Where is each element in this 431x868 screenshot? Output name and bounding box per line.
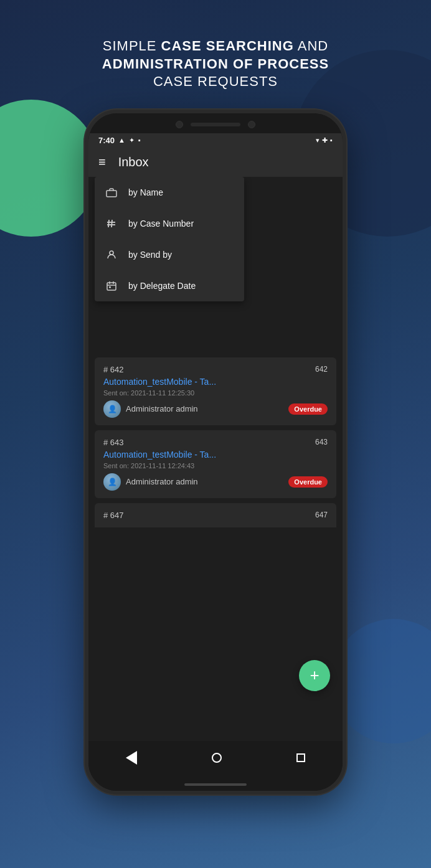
side-button: [345, 316, 346, 354]
nav-home-button[interactable]: [199, 749, 234, 767]
header-text-simple: SIMPLE: [103, 38, 161, 54]
dropdown-label-name: by Name: [128, 187, 163, 197]
svg-line-2: [111, 220, 112, 227]
bg-decoration-blue: [331, 619, 431, 743]
inbox-item-642[interactable]: # 642 642 Automation_testMobile - Ta... …: [95, 357, 336, 425]
status-bar-left: 7:40 ▲ ✦ ▪: [98, 136, 141, 145]
item-643-id: 643: [315, 438, 328, 446]
header-line2: ADMINISTRATION OF PROCESS: [102, 55, 329, 73]
item-642-header: # 642 642: [103, 365, 328, 374]
dropdown-item-delegate-date[interactable]: by Delegate Date: [95, 270, 244, 301]
item-642-title: Automation_testMobile - Ta...: [103, 377, 328, 387]
briefcase-icon: [105, 186, 118, 199]
header-line3: CASE REQUESTS: [102, 73, 329, 91]
item-643-username: Administrator admin: [126, 477, 198, 486]
app-bar-title: Inbox: [118, 155, 149, 169]
front-camera-left: [176, 121, 183, 128]
app-bar: ≡ Inbox: [88, 148, 343, 177]
status-bar-right: ▾ ✚ ▪: [316, 136, 333, 144]
person-icon: [105, 248, 118, 262]
svg-rect-10: [109, 286, 111, 288]
hash-icon: [105, 217, 118, 230]
speaker-grille: [191, 123, 240, 126]
phone-frame: 7:40 ▲ ✦ ▪ ▾ ✚ ▪ ≡ Inbox: [85, 110, 346, 795]
item-643-title: Automation_testMobile - Ta...: [103, 450, 328, 460]
bottom-navigation: [88, 741, 343, 778]
front-camera-right: [248, 121, 255, 128]
airplane-icon: ✚: [322, 136, 328, 144]
header-line1: SIMPLE CASE SEARCHING AND: [102, 37, 329, 55]
item-642-id: 642: [315, 365, 328, 374]
status-bar: 7:40 ▲ ✦ ▪ ▾ ✚ ▪: [88, 133, 343, 148]
item-643-avatar: 👤: [103, 473, 121, 491]
item-643-footer: 👤 Administrator admin Overdue: [103, 473, 328, 491]
home-circle-icon: [212, 753, 222, 763]
header-text-case-searching: CASE SEARCHING: [161, 38, 294, 54]
header-text-and: AND: [298, 38, 328, 54]
inbox-item-643[interactable]: # 643 643 Automation_testMobile - Ta... …: [95, 430, 336, 498]
phone-mockup: 7:40 ▲ ✦ ▪ ▾ ✚ ▪ ≡ Inbox: [85, 110, 346, 795]
screen-content: by Name by Case Number: [88, 177, 343, 741]
phone-hardware-top: [88, 113, 343, 133]
dropdown-label-case-number: by Case Number: [128, 219, 194, 229]
battery-icon-left: ▪: [138, 136, 141, 144]
item-643-status-badge: Overdue: [288, 476, 328, 488]
fab-add-button[interactable]: +: [299, 660, 330, 691]
item-642-username: Administrator admin: [126, 404, 198, 413]
nav-back-button[interactable]: [113, 747, 149, 768]
sort-dropdown-menu: by Name by Case Number: [95, 177, 244, 301]
svg-point-5: [110, 251, 113, 255]
dropdown-label-delegate-date: by Delegate Date: [128, 281, 196, 291]
item-642-footer: 👤 Administrator admin Overdue: [103, 400, 328, 418]
item-647-header: # 647 647: [103, 511, 328, 520]
svg-rect-0: [107, 191, 116, 197]
phone-bottom-bar: [88, 778, 343, 791]
home-indicator: [184, 783, 247, 786]
battery-icon-right: ▪: [330, 136, 333, 144]
svg-rect-6: [107, 283, 116, 290]
item-642-status-badge: Overdue: [288, 403, 328, 415]
item-642-user: 👤 Administrator admin: [103, 400, 198, 418]
item-642-avatar: 👤: [103, 400, 121, 418]
calendar-icon: [105, 279, 118, 293]
item-643-user: 👤 Administrator admin: [103, 473, 198, 491]
item-647-number: # 647: [103, 511, 124, 520]
item-647-id: 647: [315, 511, 328, 519]
svg-line-1: [108, 220, 109, 227]
hamburger-menu-icon[interactable]: ≡: [98, 155, 106, 169]
inbox-item-647[interactable]: # 647 647: [95, 503, 336, 527]
wifi-icon: ▾: [316, 136, 320, 144]
item-643-number: # 643: [103, 438, 124, 447]
page-header: SIMPLE CASE SEARCHING AND ADMINISTRATION…: [65, 37, 366, 91]
dropdown-item-name[interactable]: by Name: [95, 177, 244, 208]
item-642-number: # 642: [103, 365, 124, 374]
back-triangle-icon: [126, 751, 137, 765]
item-643-date: Sent on: 2021-11-11 12:24:43: [103, 462, 328, 469]
item-643-avatar-inner: 👤: [103, 473, 121, 491]
status-time: 7:40: [98, 136, 115, 145]
alert-icon: ▲: [118, 136, 125, 144]
settings-icon: ✦: [129, 136, 135, 144]
dropdown-item-case-number[interactable]: by Case Number: [95, 208, 244, 239]
dropdown-label-send-by: by Send by: [128, 250, 172, 260]
nav-recents-button[interactable]: [284, 750, 318, 766]
item-642-avatar-inner: 👤: [103, 400, 121, 418]
item-642-date: Sent on: 2021-11-11 12:25:30: [103, 389, 328, 397]
dropdown-item-send-by[interactable]: by Send by: [95, 239, 244, 270]
recents-square-icon: [296, 753, 305, 762]
item-643-header: # 643 643: [103, 438, 328, 447]
